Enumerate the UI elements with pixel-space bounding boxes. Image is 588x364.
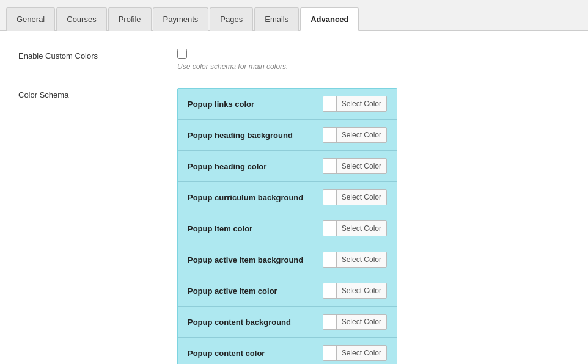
color-swatch-popup-heading-background <box>323 128 337 142</box>
color-schema-panel: Popup links colorSelect ColorPopup headi… <box>177 88 397 364</box>
color-row-popup-item-color: Popup item colorSelect Color <box>178 213 397 244</box>
tab-payments[interactable]: Payments <box>153 7 209 31</box>
color-button-text-popup-content-color: Select Color <box>337 349 386 357</box>
color-select-button-popup-active-item-color[interactable]: Select Color <box>323 283 387 299</box>
color-row-label-popup-heading-background: Popup heading background <box>188 131 293 140</box>
color-select-button-popup-content-color[interactable]: Select Color <box>323 345 387 361</box>
color-swatch-popup-heading-color <box>323 159 337 173</box>
enable-custom-colors-hint: Use color schema for main colors. <box>177 62 570 71</box>
color-select-button-popup-active-item-background[interactable]: Select Color <box>323 252 387 268</box>
color-button-text-popup-content-background: Select Color <box>337 318 386 326</box>
tab-pages[interactable]: Pages <box>210 7 253 31</box>
color-row-popup-heading-color: Popup heading colorSelect Color <box>178 151 397 182</box>
enable-custom-colors-row: Enable Custom Colors Use color schema fo… <box>18 49 570 71</box>
enable-custom-colors-label: Enable Custom Colors <box>18 49 177 60</box>
color-row-popup-content-color: Popup content colorSelect Color <box>178 338 397 364</box>
color-schema-control: Popup links colorSelect ColorPopup headi… <box>177 88 570 364</box>
color-select-button-popup-heading-color[interactable]: Select Color <box>323 158 387 174</box>
color-row-popup-active-item-background: Popup active item backgroundSelect Color <box>178 244 397 275</box>
enable-custom-colors-control: Use color schema for main colors. <box>177 49 570 71</box>
color-select-button-popup-item-color[interactable]: Select Color <box>323 220 387 236</box>
color-swatch-popup-active-item-background <box>323 252 337 267</box>
color-row-label-popup-content-color: Popup content color <box>188 349 265 358</box>
color-row-popup-content-background: Popup content backgroundSelect Color <box>178 307 397 338</box>
checkbox-wrapper <box>177 49 570 59</box>
color-swatch-popup-curriculum-background <box>323 190 337 205</box>
color-row-label-popup-curriculum-background: Popup curriculum background <box>188 193 303 202</box>
color-row-popup-links-color: Popup links colorSelect Color <box>178 89 397 120</box>
tab-general[interactable]: General <box>6 7 55 31</box>
color-button-text-popup-item-color: Select Color <box>337 224 386 233</box>
tab-advanced[interactable]: Advanced <box>300 7 359 31</box>
color-swatch-popup-content-color <box>323 346 337 360</box>
color-row-label-popup-active-item-background: Popup active item background <box>188 255 303 264</box>
color-button-text-popup-heading-background: Select Color <box>337 131 386 139</box>
color-row-popup-active-item-color: Popup active item colorSelect Color <box>178 275 397 307</box>
enable-custom-colors-checkbox[interactable] <box>177 49 187 59</box>
color-row-popup-curriculum-background: Popup curriculum backgroundSelect Color <box>178 182 397 213</box>
color-button-text-popup-heading-color: Select Color <box>337 162 386 170</box>
color-select-button-popup-heading-background[interactable]: Select Color <box>323 127 387 143</box>
color-row-label-popup-active-item-color: Popup active item color <box>188 286 277 296</box>
color-swatch-popup-content-background <box>323 315 337 329</box>
color-row-label-popup-item-color: Popup item color <box>188 224 252 233</box>
color-row-popup-heading-background: Popup heading backgroundSelect Color <box>178 120 397 151</box>
color-button-text-popup-active-item-background: Select Color <box>337 255 386 264</box>
color-swatch-popup-item-color <box>323 221 337 236</box>
color-row-label-popup-links-color: Popup links color <box>188 100 254 109</box>
color-select-button-popup-content-background[interactable]: Select Color <box>323 314 387 330</box>
color-schema-label: Color Schema <box>18 88 177 100</box>
tab-emails[interactable]: Emails <box>254 7 299 31</box>
main-content: Enable Custom Colors Use color schema fo… <box>0 31 588 364</box>
color-select-button-popup-links-color[interactable]: Select Color <box>323 96 387 112</box>
color-button-text-popup-curriculum-background: Select Color <box>337 193 386 202</box>
color-row-label-popup-heading-color: Popup heading color <box>188 162 266 171</box>
tab-bar: GeneralCoursesProfilePaymentsPagesEmails… <box>0 0 588 31</box>
tab-courses[interactable]: Courses <box>56 7 106 31</box>
color-swatch-popup-active-item-color <box>323 283 337 298</box>
color-row-label-popup-content-background: Popup content background <box>188 318 291 327</box>
color-swatch-popup-links-color <box>323 96 337 111</box>
color-select-button-popup-curriculum-background[interactable]: Select Color <box>323 189 387 205</box>
color-button-text-popup-links-color: Select Color <box>337 100 386 108</box>
color-button-text-popup-active-item-color: Select Color <box>337 286 386 295</box>
color-schema-row: Color Schema Popup links colorSelect Col… <box>18 88 570 364</box>
tab-profile[interactable]: Profile <box>108 7 152 31</box>
